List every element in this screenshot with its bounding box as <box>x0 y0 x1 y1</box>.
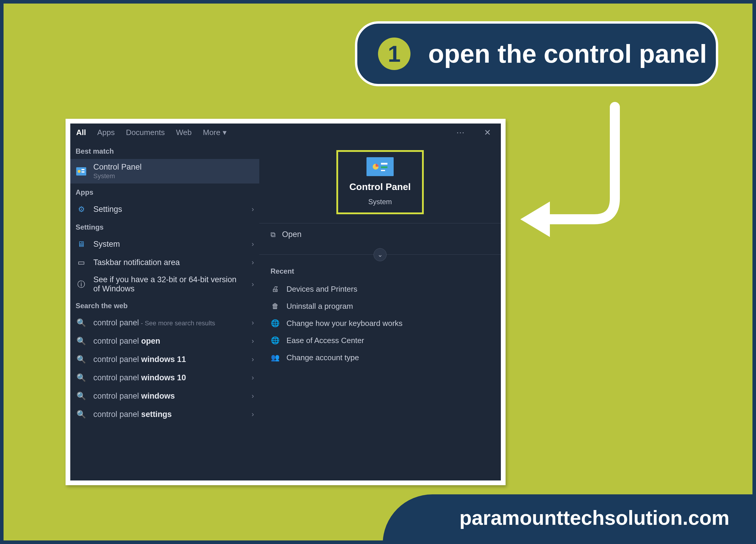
svg-rect-6 <box>381 163 387 164</box>
web-result[interactable]: 🔍 control panel - See more search result… <box>70 314 259 332</box>
search-icon: 🔍 <box>76 409 87 420</box>
chevron-right-icon: › <box>252 280 256 289</box>
result-32-64-bit[interactable]: ⓘ See if you have a 32-bit or 64-bit ver… <box>70 271 259 297</box>
chevron-right-icon: › <box>252 374 256 382</box>
section-best-match-label: Best match <box>70 142 259 159</box>
chevron-right-icon: › <box>252 240 256 248</box>
result-settings[interactable]: ⚙ Settings › <box>70 200 259 218</box>
chevron-down-icon: ⌄ <box>377 251 383 258</box>
web-text: control panel - See more search results <box>93 318 245 328</box>
result-taskbar-notification[interactable]: ▭ Taskbar notification area › <box>70 253 259 271</box>
svg-rect-8 <box>381 170 385 171</box>
gear-icon: ⚙ <box>76 203 87 215</box>
search-icon: 🔍 <box>76 317 87 328</box>
search-body: Best match Control Panel System Apps ⚙ S… <box>70 141 501 481</box>
svg-rect-2 <box>82 169 84 170</box>
chevron-right-icon: › <box>252 319 256 327</box>
uninstall-icon: 🗑 <box>271 302 280 311</box>
tab-more[interactable]: More ▾ <box>203 128 227 137</box>
search-icon: 🔍 <box>76 390 87 402</box>
chevron-right-icon: › <box>252 205 256 213</box>
web-result[interactable]: 🔍 control panel windows 10 › <box>70 369 259 387</box>
chevron-right-icon: › <box>252 392 256 400</box>
chevron-right-icon: › <box>252 337 256 345</box>
result-title: See if you have a 32-bit or 64-bit versi… <box>93 275 245 294</box>
web-text: control panel open <box>93 337 245 346</box>
windows-search-panel: All Apps Documents Web More ▾ ⋯ ✕ Best m… <box>70 123 501 481</box>
svg-rect-3 <box>82 171 84 172</box>
recent-label: Devices and Printers <box>286 285 357 294</box>
instruction-arrow-icon <box>511 101 636 237</box>
recent-ease-of-access[interactable]: 🌐 Ease of Access Center <box>266 333 494 348</box>
highlighted-control-panel[interactable]: Control Panel System <box>336 150 424 214</box>
step-number: 1 <box>388 40 400 67</box>
footer-branding: paramounttechsolution.com <box>383 494 756 544</box>
tab-all[interactable]: All <box>76 128 86 137</box>
results-column: Best match Control Panel System Apps ⚙ S… <box>70 141 259 481</box>
recent-account-type[interactable]: 👥 Change account type <box>266 350 494 365</box>
svg-point-1 <box>78 170 81 173</box>
screenshot-frame: All Apps Documents Web More ▾ ⋯ ✕ Best m… <box>66 119 506 485</box>
recent-devices-printers[interactable]: 🖨 Devices and Printers <box>266 281 494 297</box>
section-settings-label: Settings <box>70 218 259 235</box>
tab-documents[interactable]: Documents <box>126 128 165 137</box>
search-tabs: All Apps Documents Web More ▾ ⋯ ✕ <box>70 123 501 141</box>
tab-more-label: More <box>203 128 220 137</box>
web-result[interactable]: 🔍 control panel settings › <box>70 405 259 424</box>
expand-actions-button[interactable]: ⌄ <box>374 248 387 261</box>
instruction-callout: 1 open the control panel <box>355 21 718 86</box>
close-icon[interactable]: ✕ <box>480 128 495 137</box>
tab-apps[interactable]: Apps <box>97 128 115 137</box>
web-text: control panel windows 11 <box>93 355 245 364</box>
more-options-button[interactable]: ⋯ <box>452 128 469 137</box>
result-title: Settings <box>93 205 245 214</box>
footer-text: paramounttechsolution.com <box>460 506 729 529</box>
web-text: control panel settings <box>93 410 245 419</box>
result-title: System <box>93 239 245 249</box>
step-number-badge: 1 <box>378 38 410 70</box>
section-apps-label: Apps <box>70 183 259 200</box>
web-text: control panel windows 10 <box>93 373 245 382</box>
chevron-right-icon: › <box>252 410 256 418</box>
chevron-right-icon: › <box>252 258 256 266</box>
search-icon: 🔍 <box>76 336 87 347</box>
best-match-subtitle: System <box>93 172 256 180</box>
open-label: Open <box>282 230 302 239</box>
section-web-label: Search the web <box>70 297 259 314</box>
info-icon: ⓘ <box>76 279 87 290</box>
web-result[interactable]: 🔍 control panel open › <box>70 332 259 350</box>
web-result[interactable]: 🔍 control panel windows › <box>70 387 259 405</box>
recent-label: Ease of Access Center <box>286 336 364 345</box>
preview-title: Control Panel <box>349 181 411 192</box>
recent-keyboard[interactable]: 🌐 Change how your keyboard works <box>266 316 494 331</box>
search-icon: 🔍 <box>76 372 87 383</box>
monitor-icon: 🖥 <box>76 238 87 250</box>
preview-subtitle: System <box>368 198 392 206</box>
open-icon: ⧉ <box>271 230 276 239</box>
printer-icon: 🖨 <box>271 284 280 294</box>
open-action[interactable]: ⧉ Open <box>266 223 494 245</box>
recent-label: Recent <box>266 265 494 280</box>
web-result[interactable]: 🔍 control panel windows 11 › <box>70 350 259 369</box>
globe-icon: 🌐 <box>271 319 280 328</box>
result-system[interactable]: 🖥 System › <box>70 235 259 253</box>
result-title: Taskbar notification area <box>93 258 245 267</box>
tab-web[interactable]: Web <box>176 128 192 137</box>
recent-list: Recent 🖨 Devices and Printers 🗑 Uninstal… <box>266 265 494 365</box>
recent-label: Uninstall a program <box>286 302 353 311</box>
preview-column: Control Panel System ⧉ Open ⌄ Recent <box>259 141 501 481</box>
recent-uninstall[interactable]: 🗑 Uninstall a program <box>266 299 494 314</box>
web-text: control panel windows <box>93 392 245 401</box>
control-panel-icon <box>366 157 394 176</box>
svg-rect-7 <box>381 166 387 168</box>
recent-label: Change account type <box>286 353 359 362</box>
globe-icon: 🌐 <box>271 336 280 345</box>
recent-label: Change how your keyboard works <box>286 319 403 328</box>
instruction-text: open the control panel <box>428 39 707 69</box>
user-icon: 👥 <box>271 353 280 362</box>
search-icon: 🔍 <box>76 354 87 365</box>
control-panel-icon <box>76 166 87 177</box>
best-match-result[interactable]: Control Panel System <box>70 159 259 183</box>
best-match-title: Control Panel <box>93 162 256 172</box>
chevron-down-icon: ▾ <box>223 128 227 137</box>
